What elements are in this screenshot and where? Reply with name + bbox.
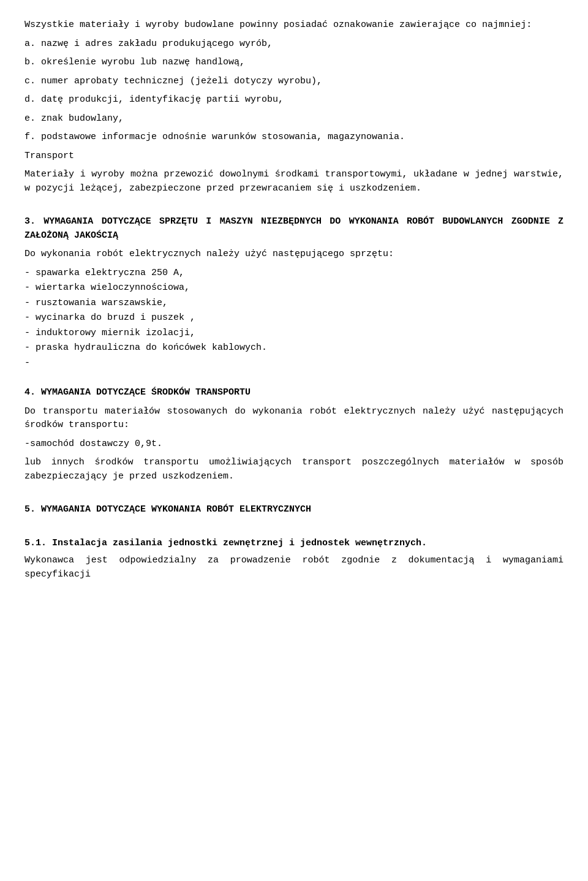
list-item-d: d. datę produkcji, identyfikację partii … bbox=[24, 93, 564, 107]
subsection-51-heading: 5.1. Instalacja zasilania jednostki zewn… bbox=[24, 537, 564, 551]
list-item-a: a. nazwę i adres zakładu produkującego w… bbox=[24, 37, 564, 51]
document-content: Wszystkie materiały i wyroby budowlane p… bbox=[24, 18, 564, 581]
paragraph-1: Wszystkie materiały i wyroby budowlane p… bbox=[24, 18, 564, 32]
list-item-e: e. znak budowlany, bbox=[24, 112, 564, 126]
transport-intro: Do transportu materiałów stosowanych do … bbox=[24, 405, 564, 433]
equip-item-2: - wiertarka wieloczynnościowa, bbox=[24, 281, 564, 295]
subsection-51-text: Wykonawca jest odpowiedzialny za prowadz… bbox=[24, 554, 564, 581]
equip-item-3: - rusztowania warszawskie, bbox=[24, 297, 564, 311]
equip-item-7: - bbox=[24, 357, 564, 371]
equip-item-5: - induktorowy miernik izolacji, bbox=[24, 327, 564, 341]
list-item-f: f. podstawowe informacje odnośnie warunk… bbox=[24, 130, 564, 145]
transport-heading: Transport bbox=[24, 149, 564, 164]
transport-list-1: -samochód dostawczy 0,9t. bbox=[24, 437, 564, 452]
list-item-b: b. określenie wyrobu lub nazwę handlową, bbox=[24, 56, 564, 70]
equip-item-6: - praska hydrauliczna do końcówek kablow… bbox=[24, 341, 564, 355]
equip-item-4: - wycinarka do bruzd i puszek , bbox=[24, 311, 564, 325]
section-4-heading: 4. WYMAGANIA DOTYCZĄCE ŚRODKÓW TRANSPORT… bbox=[24, 386, 564, 400]
section-5-heading: 5. WYMAGANIA DOTYCZĄCE WYKONANIA ROBÓT E… bbox=[24, 503, 564, 517]
transport-text: Materiały i wyroby można przewozić dowol… bbox=[24, 168, 564, 195]
section-3-heading: 3. WYMAGANIA DOTYCZĄCE SPRZĘTU I MASZYN … bbox=[24, 215, 564, 243]
list-item-c: c. numer aprobaty technicznej (jeżeli do… bbox=[24, 75, 564, 89]
equip-item-1: - spawarka elektryczna 250 A, bbox=[24, 267, 564, 281]
transport-other: lub innych środków transportu umożliwiaj… bbox=[24, 456, 564, 483]
equipment-intro: Do wykonania robót elektrycznych należy … bbox=[24, 248, 564, 262]
